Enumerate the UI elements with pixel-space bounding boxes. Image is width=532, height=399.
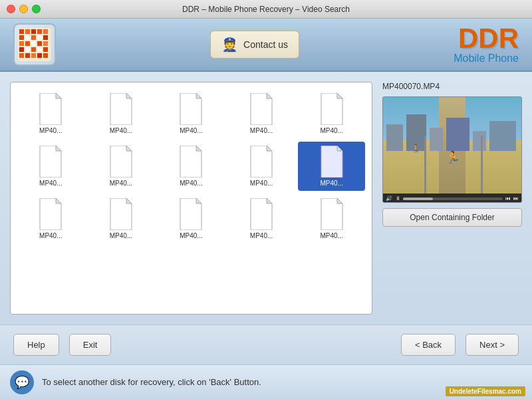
svg-rect-13 <box>31 41 36 46</box>
file-grid-container: MP40... MP40... MP40... MP40... MP40... … <box>10 82 372 315</box>
file-label: MP40... <box>110 232 132 239</box>
svg-rect-24 <box>37 53 42 58</box>
svg-rect-18 <box>31 47 36 52</box>
file-icon <box>37 93 64 125</box>
file-label: MP40... <box>180 127 202 134</box>
file-item[interactable]: MP40... <box>298 142 365 191</box>
header: 👮 Contact us DDR Mobile Phone <box>0 19 532 72</box>
rewind-button[interactable]: ⏮ <box>505 196 511 201</box>
file-item[interactable]: MP40... <box>158 89 225 138</box>
app-logo <box>13 23 56 66</box>
file-item[interactable]: MP40... <box>17 89 84 138</box>
svg-rect-14 <box>37 41 42 46</box>
window-title: DDR – Mobile Phone Recovery – Video Sear… <box>182 5 350 14</box>
file-label: MP40... <box>320 232 342 239</box>
bottom-bar: Help Exit < Back Next > <box>0 325 532 364</box>
svg-rect-19 <box>37 47 42 52</box>
svg-rect-8 <box>31 35 36 40</box>
contact-icon: 👮 <box>221 37 238 53</box>
svg-rect-2 <box>25 29 30 34</box>
preview-panel: MP400070.MP4 🏃 🚶 🔊 ⏸ <box>382 82 522 315</box>
progress-fill <box>403 198 433 200</box>
brand-subtitle: Mobile Phone <box>454 53 519 65</box>
file-label: MP40... <box>250 180 273 187</box>
file-item[interactable]: MP40... <box>158 142 225 191</box>
contact-button[interactable]: 👮 Contact us <box>210 31 299 59</box>
fast-forward-button[interactable]: ⏭ <box>513 196 519 201</box>
building-4 <box>446 118 469 151</box>
logo-icon <box>18 28 51 61</box>
file-icon <box>248 93 275 125</box>
file-icon <box>319 198 345 230</box>
svg-rect-6 <box>19 35 24 40</box>
file-item[interactable]: MP40... <box>228 89 295 138</box>
file-item[interactable]: MP40... <box>228 142 295 191</box>
svg-rect-16 <box>19 47 24 52</box>
video-scene: 🏃 🚶 <box>383 97 521 194</box>
file-label: MP40... <box>180 232 202 239</box>
video-preview: 🏃 🚶 🔊 ⏸ ⏮ ⏭ <box>382 96 522 203</box>
file-grid: MP40... MP40... MP40... MP40... MP40... … <box>17 89 365 243</box>
svg-rect-9 <box>37 35 42 40</box>
video-controls[interactable]: 🔊 ⏸ ⏮ ⏭ <box>383 194 521 203</box>
status-message: To select another disk for recovery, cli… <box>42 377 261 387</box>
back-button[interactable]: < Back <box>401 334 456 356</box>
file-icon <box>178 93 204 125</box>
building-6 <box>489 121 516 151</box>
exit-button[interactable]: Exit <box>69 334 112 356</box>
open-folder-button[interactable]: Open Containing Folder <box>382 208 522 227</box>
person-icon: 🏃 <box>446 150 460 165</box>
file-label: MP40... <box>250 232 273 239</box>
person-icon-2: 🚶 <box>411 144 421 153</box>
file-item[interactable]: MP40... <box>17 142 84 191</box>
fence-right <box>481 136 483 194</box>
svg-rect-1 <box>19 29 24 34</box>
pause-button[interactable]: ⏸ <box>395 196 400 201</box>
svg-rect-3 <box>31 29 36 34</box>
window-controls[interactable] <box>7 5 41 13</box>
contact-label: Contact us <box>243 39 288 50</box>
help-button[interactable]: Help <box>13 334 59 356</box>
main-content: MP40... MP40... MP40... MP40... MP40... … <box>0 72 532 325</box>
minimize-button[interactable] <box>19 5 28 13</box>
file-icon <box>319 146 345 178</box>
file-icon <box>108 198 134 230</box>
maximize-button[interactable] <box>32 5 41 13</box>
file-item[interactable]: MP40... <box>88 89 155 138</box>
file-label: MP40... <box>320 127 342 134</box>
file-item[interactable]: MP40... <box>88 142 155 191</box>
svg-rect-10 <box>43 35 48 40</box>
file-label: MP40... <box>110 127 132 134</box>
file-item[interactable]: MP40... <box>17 194 84 243</box>
fence-left <box>424 136 426 194</box>
building-3 <box>430 128 443 151</box>
file-item[interactable]: MP40... <box>298 89 365 138</box>
file-item[interactable]: MP40... <box>88 194 155 243</box>
file-item[interactable]: MP40... <box>228 194 295 243</box>
building-5 <box>473 131 486 151</box>
svg-rect-17 <box>25 47 30 52</box>
file-label: MP40... <box>39 127 62 134</box>
svg-rect-20 <box>43 47 48 52</box>
building-1 <box>386 124 403 151</box>
file-icon <box>178 146 204 178</box>
file-grid-scroll[interactable]: MP40... MP40... MP40... MP40... MP40... … <box>11 82 372 314</box>
file-item[interactable]: MP40... <box>158 194 225 243</box>
next-button[interactable]: Next > <box>466 334 519 356</box>
file-label: MP40... <box>39 180 62 187</box>
file-label: MP40... <box>110 180 132 187</box>
file-label: MP40... <box>250 127 273 134</box>
file-icon <box>248 146 275 178</box>
file-label: MP40... <box>320 180 342 187</box>
file-label: MP40... <box>180 180 202 187</box>
volume-icon[interactable]: 🔊 <box>386 196 392 201</box>
close-button[interactable] <box>7 5 15 13</box>
svg-rect-4 <box>37 29 42 34</box>
svg-rect-21 <box>19 53 24 58</box>
file-icon <box>248 198 275 230</box>
file-item[interactable]: MP40... <box>298 194 365 243</box>
svg-rect-25 <box>43 53 48 58</box>
preview-filename: MP400070.MP4 <box>382 82 522 91</box>
titlebar: DDR – Mobile Phone Recovery – Video Sear… <box>0 0 532 19</box>
progress-bar[interactable] <box>403 198 503 200</box>
